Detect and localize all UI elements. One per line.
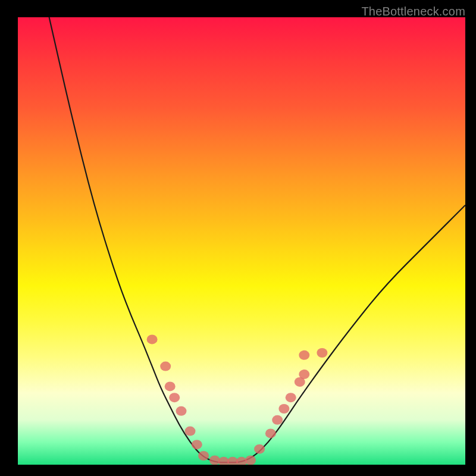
- data-marker: [176, 406, 187, 416]
- data-marker: [299, 350, 309, 360]
- data-marker: [227, 457, 238, 465]
- data-marker: [299, 369, 309, 379]
- data-marker: [165, 381, 176, 391]
- data-marker: [198, 451, 209, 461]
- chart-container: TheBottleneck.com: [0, 0, 476, 476]
- data-marker: [147, 334, 158, 344]
- data-marker: [192, 440, 202, 449]
- plot-area: [18, 17, 465, 465]
- data-marker: [254, 444, 265, 454]
- data-marker: [160, 362, 171, 371]
- data-marker: [317, 348, 327, 358]
- bottleneck-curve: [18, 17, 465, 465]
- data-marker: [272, 415, 283, 425]
- data-marker: [245, 456, 256, 465]
- data-marker: [169, 393, 180, 402]
- data-marker: [185, 427, 196, 436]
- data-marker: [286, 393, 296, 402]
- data-marker: [218, 457, 229, 465]
- watermark-label: TheBottleneck.com: [361, 5, 465, 18]
- data-marker: [265, 428, 276, 438]
- data-marker: [236, 457, 247, 465]
- data-marker: [209, 456, 220, 465]
- data-marker: [278, 404, 289, 414]
- data-marker: [295, 377, 305, 387]
